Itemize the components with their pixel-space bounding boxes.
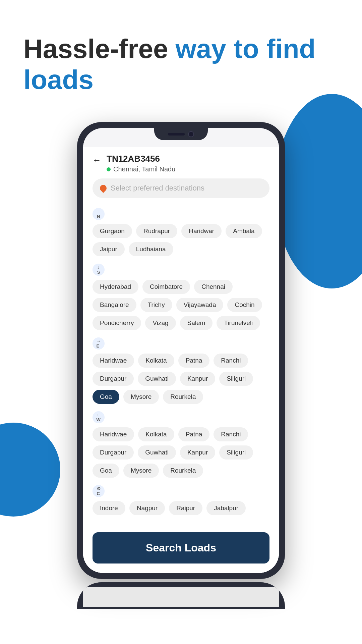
chip-kanpur-w[interactable]: Kanpur xyxy=(180,445,215,460)
north-chips: Gurgaon Rudrapur Haridwar Ambala Jaipur … xyxy=(93,224,269,256)
screen-content: ← TN12AB3456 Chennai, Tamil Nadu Select … xyxy=(83,147,279,573)
chip-haridwae-e[interactable]: Haridwae xyxy=(93,354,134,368)
north-icon: ↑N xyxy=(93,208,105,220)
chip-pondicherry[interactable]: Pondicherry xyxy=(93,316,141,330)
chip-siliguri-w[interactable]: Siliguri xyxy=(219,445,253,460)
chip-guwhati-w[interactable]: Guwhati xyxy=(138,445,176,460)
east-chips: Haridwae Kolkata Patna Ranchi Durgapur G… xyxy=(93,354,269,404)
destinations-container: ↑N Gurgaon Rudrapur Haridwar Ambala Jaip… xyxy=(83,205,279,526)
notch-camera xyxy=(188,131,194,137)
direction-west-header: ←W xyxy=(93,411,269,423)
back-button[interactable]: ← xyxy=(93,155,101,165)
chip-trichy[interactable]: Trichy xyxy=(140,298,172,312)
screen-header: ← TN12AB3456 Chennai, Tamil Nadu xyxy=(83,147,279,178)
chip-coimbatore[interactable]: Coimbatore xyxy=(142,280,190,294)
chip-mysore-e[interactable]: Mysore xyxy=(123,390,159,404)
central-chips: Indore Nagpur Raipur Jabalpur xyxy=(93,501,269,515)
phone-notch-area xyxy=(83,128,279,147)
direction-west: ←W Haridwae Kolkata Patna Ranchi Durgapu… xyxy=(93,411,269,478)
direction-north: ↑N Gurgaon Rudrapur Haridwar Ambala Jaip… xyxy=(93,208,269,256)
location-status-dot xyxy=(107,167,111,171)
phone-inner: ← TN12AB3456 Chennai, Tamil Nadu Select … xyxy=(83,128,279,573)
direction-central-header: ⊙C xyxy=(93,485,269,497)
chip-durgapur-e[interactable]: Durgapur xyxy=(93,372,134,386)
chip-durgapur-w[interactable]: Durgapur xyxy=(93,445,134,460)
west-chips: Haridwae Kolkata Patna Ranchi Durgapur G… xyxy=(93,427,269,478)
chip-kolkata-w[interactable]: Kolkata xyxy=(138,427,174,441)
title-part1: Hassle-free xyxy=(23,34,176,64)
direction-east-header: →E xyxy=(93,337,269,350)
chip-patna-w[interactable]: Patna xyxy=(178,427,210,441)
chip-nagpur[interactable]: Nagpur xyxy=(129,501,165,515)
chip-mysore-w[interactable]: Mysore xyxy=(123,464,159,478)
chip-tirunelveli[interactable]: Tirunelveli xyxy=(217,316,260,330)
pin-icon xyxy=(99,183,108,193)
chip-bangalore[interactable]: Bangalore xyxy=(93,298,136,312)
search-loads-button[interactable]: Search Loads xyxy=(93,532,269,564)
chip-chennai[interactable]: Chennai xyxy=(194,280,233,294)
direction-south-header: ↓S xyxy=(93,264,269,276)
bottom-phone-hint xyxy=(0,582,362,609)
notch-speaker xyxy=(168,133,185,136)
location-text: Chennai, Tamil Nadu xyxy=(113,165,175,173)
vehicle-id: TN12AB3456 xyxy=(107,154,175,164)
direction-east: →E Haridwae Kolkata Patna Ranchi Durgapu… xyxy=(93,337,269,404)
south-chips: Hyderabad Coimbatore Chennai Bangalore T… xyxy=(93,280,269,330)
chip-goa-e[interactable]: Goa xyxy=(93,390,119,404)
bottom-bar: Search Loads xyxy=(83,526,279,573)
chip-jabalpur[interactable]: Jabalpur xyxy=(206,501,246,515)
chip-kolkata-e[interactable]: Kolkata xyxy=(138,354,174,368)
direction-south: ↓S Hyderabad Coimbatore Chennai Bangalor… xyxy=(93,264,269,330)
chip-rourkela-e[interactable]: Rourkela xyxy=(163,390,203,404)
chip-cochin[interactable]: Cochin xyxy=(227,298,262,312)
chip-haridwar[interactable]: Haridwar xyxy=(181,224,222,238)
chip-kanpur-e[interactable]: Kanpur xyxy=(180,372,215,386)
chip-raipur[interactable]: Raipur xyxy=(169,501,202,515)
chip-patna-e[interactable]: Patna xyxy=(178,354,210,368)
chip-ludhaiana[interactable]: Ludhaiana xyxy=(129,242,173,256)
south-icon: ↓S xyxy=(93,264,105,276)
central-icon: ⊙C xyxy=(93,485,105,497)
phone-outer-frame: ← TN12AB3456 Chennai, Tamil Nadu Select … xyxy=(77,122,285,579)
header-section: Hassle-free way to find loads xyxy=(0,0,362,115)
search-placeholder: Select preferred destinations xyxy=(111,184,204,193)
search-bar-wrapper: Select preferred destinations xyxy=(83,178,279,205)
east-icon: →E xyxy=(93,337,105,350)
phone-mockup: ← TN12AB3456 Chennai, Tamil Nadu Select … xyxy=(0,122,362,579)
chip-rudrapur[interactable]: Rudrapur xyxy=(136,224,177,238)
chip-siliguri-e[interactable]: Siliguri xyxy=(219,372,253,386)
page-title: Hassle-free way to find loads xyxy=(23,34,339,95)
chip-salem[interactable]: Salem xyxy=(180,316,213,330)
vehicle-info: TN12AB3456 Chennai, Tamil Nadu xyxy=(107,154,175,173)
chip-rourkela-w[interactable]: Rourkela xyxy=(163,464,203,478)
bottom-phone-screen xyxy=(83,587,279,607)
vehicle-location: Chennai, Tamil Nadu xyxy=(107,165,175,173)
chip-ranchi-w[interactable]: Ranchi xyxy=(214,427,248,441)
bottom-phone-partial xyxy=(77,582,285,609)
chip-jaipur[interactable]: Jaipur xyxy=(93,242,125,256)
direction-north-header: ↑N xyxy=(93,208,269,220)
chip-guwhati-e[interactable]: Guwhati xyxy=(138,372,176,386)
chip-gurgaon[interactable]: Gurgaon xyxy=(93,224,132,238)
search-bar[interactable]: Select preferred destinations xyxy=(93,178,269,198)
chip-goa-w[interactable]: Goa xyxy=(93,464,119,478)
chip-hyderabad[interactable]: Hyderabad xyxy=(93,280,138,294)
chip-vijayawada[interactable]: Vijayawada xyxy=(176,298,224,312)
direction-central: ⊙C Indore Nagpur Raipur Jabalpur xyxy=(93,485,269,515)
chip-ambala[interactable]: Ambala xyxy=(226,224,262,238)
chip-haridwae-w[interactable]: Haridwae xyxy=(93,427,134,441)
chip-vizag[interactable]: Vizag xyxy=(145,316,176,330)
chip-ranchi-e[interactable]: Ranchi xyxy=(214,354,248,368)
phone-notch xyxy=(154,128,208,140)
west-icon: ←W xyxy=(93,411,105,423)
chip-indore[interactable]: Indore xyxy=(93,501,125,515)
